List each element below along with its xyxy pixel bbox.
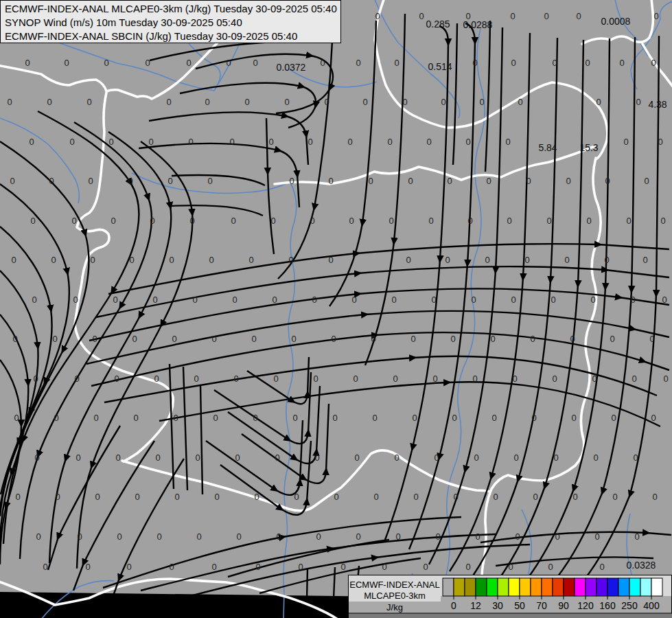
station-value: 0: [86, 97, 91, 107]
station-value: 0: [331, 334, 336, 344]
station-value: 0: [29, 137, 34, 147]
station-value: 0: [88, 176, 93, 186]
station-value: 0: [524, 255, 529, 265]
header-line-1: ECMWF-INDEX-ANAL MLCAPE0-3km (J/kg) Tues…: [5, 3, 337, 14]
station-value: 0: [393, 374, 397, 384]
station-value: 0: [254, 492, 259, 502]
station-value: 0: [169, 562, 174, 572]
station-value: 0: [472, 58, 477, 68]
station-value: 0: [77, 531, 82, 542]
station-value: 0: [651, 413, 656, 423]
legend-swatch: [509, 578, 520, 596]
station-value: 0: [651, 58, 656, 68]
station-value: 0: [394, 58, 399, 68]
station-value: 0: [248, 255, 253, 265]
station-value: 0: [402, 97, 407, 107]
legend-swatch: [618, 578, 629, 596]
station-value: 0: [15, 492, 20, 502]
legend-swatch: [629, 578, 640, 596]
station-value: 0: [288, 255, 293, 265]
station-value: 0: [491, 413, 496, 423]
station-value: 0: [585, 58, 590, 68]
station-value: 0: [423, 562, 428, 572]
legend-swatch: [607, 578, 618, 596]
legend-swatch: [465, 578, 476, 596]
station-value: 0: [410, 334, 415, 344]
station-value: 0: [132, 334, 137, 344]
station-value: 0: [324, 97, 329, 107]
station-value: 0: [95, 492, 100, 502]
station-value: 0: [391, 295, 396, 305]
station-value: 0: [431, 295, 436, 305]
legend-title-line-1: ECMWF-INDEX-ANAL: [349, 580, 439, 590]
station-value: 0: [544, 11, 548, 21]
legend-swatch: [531, 578, 542, 596]
legend-tick-label: 70: [536, 600, 547, 611]
weather-map: 0000000000000000000000000000000000000000…: [0, 0, 672, 618]
station-value: 0: [251, 334, 256, 344]
station-value: 0: [531, 413, 536, 423]
station-value: 0: [312, 295, 316, 305]
station-value: 0: [660, 216, 665, 226]
station-value: 0: [653, 11, 658, 21]
legend-swatch: [542, 578, 553, 596]
legend-swatch: [575, 578, 586, 596]
station-value: 0: [610, 334, 614, 344]
streamline: [307, 569, 308, 599]
station-value: 0: [508, 562, 513, 572]
station-value: 0: [7, 97, 12, 107]
station-value: 0: [571, 413, 576, 423]
station-value: 0: [375, 11, 380, 21]
station-value: 0: [47, 97, 51, 107]
station-value: 0: [590, 295, 595, 305]
station-value: 0: [518, 97, 522, 107]
index-value-label: 5.84: [538, 142, 557, 153]
legend-swatch: [596, 578, 607, 596]
station-value: 0: [493, 492, 498, 502]
station-value: 0: [30, 216, 35, 226]
station-value: 0: [471, 295, 476, 305]
station-value: 0: [148, 137, 153, 147]
station-value: 0: [599, 562, 604, 572]
station-value: 0: [447, 176, 452, 186]
station-value: 0: [55, 492, 60, 502]
station-value: 0: [351, 295, 356, 305]
station-value: 0: [316, 531, 321, 542]
legend-tick-label: 0: [451, 600, 456, 611]
station-value: 0: [64, 58, 69, 68]
station-value: 0: [642, 255, 647, 265]
station-value: 0: [474, 453, 478, 463]
station-value: 0: [314, 453, 319, 463]
legend-swatch: [564, 578, 575, 596]
station-value: 0: [332, 413, 337, 423]
station-value: 0: [408, 176, 413, 186]
legend-swatch: [553, 578, 564, 596]
index-value-label: 0.514: [428, 61, 452, 72]
station-value: 0: [275, 453, 279, 463]
station-value: 0: [605, 176, 610, 186]
legend-swatch: [476, 578, 487, 596]
station-value: 0: [649, 334, 654, 344]
station-value: 0: [289, 176, 294, 186]
station-value: 0: [172, 334, 176, 344]
station-value: 0: [104, 58, 108, 68]
station-value: 0: [229, 137, 234, 147]
legend-tick-label: 120: [577, 600, 594, 611]
station-value: 0: [434, 453, 439, 463]
station-value: 0: [546, 216, 551, 226]
station-value: 0: [634, 531, 639, 542]
legend-tick-label: 90: [558, 600, 569, 611]
station-value: 0: [450, 334, 455, 344]
station-value: 0: [630, 295, 635, 305]
station-value: 0: [441, 97, 445, 107]
station-value: 0: [195, 453, 200, 463]
station-value: 0: [128, 176, 132, 186]
station-value: 0: [90, 255, 95, 265]
station-value: 0: [25, 58, 30, 68]
station-value: 0: [49, 176, 54, 186]
station-value: 0: [633, 453, 638, 463]
legend-swatch: [443, 578, 454, 596]
station-value: 0: [74, 374, 79, 384]
station-value: 0: [273, 374, 278, 384]
index-value-label: 0.0372: [277, 62, 306, 73]
